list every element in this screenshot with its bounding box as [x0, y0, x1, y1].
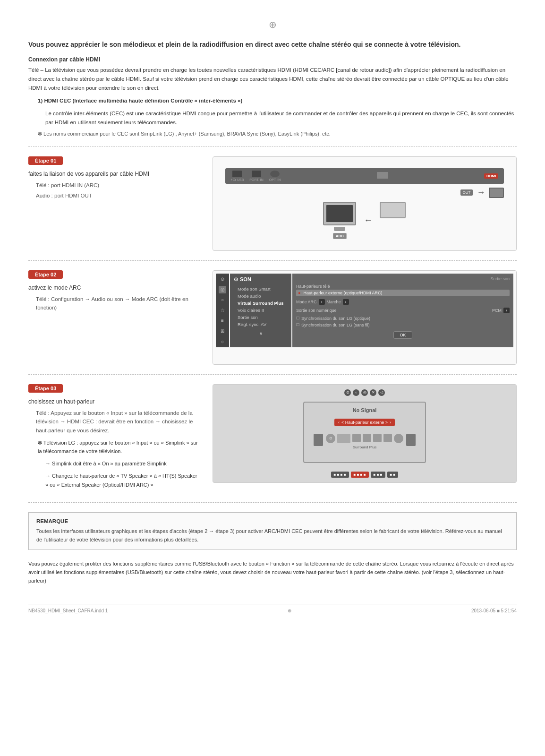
etape03-desc: choisissez un haut-parleur: [28, 398, 198, 405]
menu-item-4[interactable]: Sortie son: [234, 314, 288, 321]
bottom-bar: ■ ■ ■ ■ ■ ■ ■ ■ ■ ■ ■ ■ ■: [331, 472, 399, 478]
s3-icon-2: ○: [353, 389, 359, 396]
etape01-sub1: Télé : port HDMI IN (ARC): [28, 181, 198, 189]
no-signal-text: No Signal: [353, 407, 377, 413]
etape01-desc: faites la liaison de vos appareils par c…: [28, 171, 198, 177]
etape02-diagram: ⊙ ◎ ○ ☆ ≡ ⊞ ☼ ⊙ SON Mode son Smart Mode …: [213, 270, 517, 365]
opt-in: OPT. IN: [269, 171, 281, 181]
etape02-block: Étape 02 activez le mode ARC Télé : Conf…: [28, 270, 517, 365]
menu-item-0[interactable]: Mode son Smart: [234, 285, 288, 292]
arrow-icon: →: [477, 188, 485, 198]
sidebar-icon-5: ≡: [219, 317, 226, 325]
mode-arc-left-btn[interactable]: ‹: [319, 299, 325, 305]
hp-tele-option: Haut-parleurs télé: [296, 283, 510, 290]
menu-item-3[interactable]: Voix claires II: [234, 307, 288, 314]
arrow-right-icon: ›: [390, 420, 391, 425]
speaker-right: [406, 434, 416, 449]
hdmi-tag: HDMI: [484, 173, 498, 179]
footer-note: Vous pouvez également profiter des fonct…: [28, 559, 517, 585]
sync-optique-row: ☐ Synchronisation du son LG (optique): [296, 315, 510, 322]
sidebar-icon-4: ☆: [219, 307, 226, 314]
step3-tv-screen: No Signal ‹ < Haut-parleur externe > › ⊙: [303, 402, 426, 463]
cec-note: ✽ Les noms commerciaux pour le CEC sont …: [28, 131, 517, 137]
control-buttons: ⊙: [326, 434, 403, 443]
step1-diagram-area: +Cr USB PORT. IN OPT. IN HDMI: [218, 168, 511, 239]
pcm-right-btn[interactable]: ›: [503, 308, 510, 313]
etape02-sub1: Télé : Configuration → Audio ou son → Mo…: [28, 295, 198, 312]
ctrl-btn-2[interactable]: [352, 434, 361, 442]
son-icon: ⊙: [234, 276, 238, 283]
bottom-item-2: ■ ■ ■ ■: [351, 472, 369, 478]
menu-sidebar: ⊙ ◎ ○ ☆ ≡ ⊞ ☼: [216, 274, 229, 347]
son-menu: ⊙ ◎ ○ ☆ ≡ ⊞ ☼ ⊙ SON Mode son Smart Mode …: [216, 274, 513, 347]
tv-unit: ARC: [323, 202, 356, 239]
arrow-left-icon: ‹: [338, 420, 340, 425]
bottom-item-1: ■ ■ ■ ■: [331, 472, 349, 478]
etape03-diagram: ⊙ ○ ◎ ✕ ◁ No Signal ‹ < Haut-parleur ext…: [213, 384, 517, 493]
surround-plus-text: Surround Plus: [353, 445, 377, 449]
ctrl-btn-3[interactable]: [363, 434, 371, 442]
ctrl-btn-4[interactable]: [373, 434, 382, 442]
etape01-badge: Étape 01: [28, 156, 63, 165]
usb-port: +Cr USB: [231, 171, 244, 181]
footer-right: 2013-06-05 ■ 5:21:54: [471, 608, 517, 613]
mode-arc-right-btn[interactable]: ›: [343, 299, 349, 305]
sidebar-icon-6: ⊞: [219, 327, 226, 335]
ctrl-btn-1[interactable]: ⊙: [326, 434, 335, 443]
menu-item-1[interactable]: Mode audio: [234, 292, 288, 300]
etape01-diagram-box: +Cr USB PORT. IN OPT. IN HDMI: [213, 156, 517, 251]
checkbox-sans-fil: ☐: [296, 323, 299, 327]
etape03-badge: Étape 03: [28, 384, 63, 393]
hp-externe-option: ● Haut-parleur externe (optique/HDMI ARC…: [296, 290, 510, 296]
etape01-diagram: +Cr USB PORT. IN OPT. IN HDMI: [213, 156, 517, 251]
ctrl-knob[interactable]: [394, 434, 403, 443]
hdmi-port: [377, 172, 388, 180]
hdmi-cec-subpara: Le contrôle inter-éléments (CEC) est une…: [28, 109, 517, 127]
center-controls: ⊙ Surround Plus: [326, 434, 403, 449]
bottom-item-4: ■ ■: [387, 472, 399, 478]
etape03-block: Étape 03 choisissez un haut-parleur Télé…: [28, 384, 517, 493]
menu-item-5[interactable]: Régl. sync. AV: [234, 321, 288, 328]
etape02-left: Étape 02 activez le mode ARC Télé : Conf…: [28, 270, 198, 365]
tv-body: [323, 202, 356, 225]
out-row: OUT →: [225, 188, 504, 198]
hdmi-icon: [377, 172, 388, 179]
hdmi-connector: [489, 188, 504, 198]
port-in-icon: [252, 171, 261, 177]
port-in: PORT. IN: [249, 171, 263, 181]
etape03-diagram-box: ⊙ ○ ◎ ✕ ◁ No Signal ‹ < Haut-parleur ext…: [213, 384, 517, 483]
etape02-badge: Étape 02: [28, 270, 63, 279]
speaker-select-row[interactable]: ‹ < Haut-parleur externe > ›: [334, 419, 395, 426]
divider-4: [28, 502, 517, 503]
connexion-label: Connexion par câble HDMI: [28, 56, 517, 63]
ctrl-btn-5[interactable]: [383, 434, 392, 442]
remarque-title: REMARQUE: [36, 518, 509, 524]
footer-left: NB4530_HDMI_Sheet_CAFRA.indd 1: [28, 608, 108, 613]
etape01-block: Étape 01 faites la liaison de vos appare…: [28, 156, 517, 251]
main-title: Vous pouvez apprécier le son mélodieux e…: [28, 40, 517, 50]
usb-icon: [232, 171, 242, 177]
s3-icon-4: ✕: [370, 389, 376, 396]
menu-item-2[interactable]: Virtual Surround Plus: [234, 300, 288, 307]
chevron-down: ∨: [234, 331, 288, 336]
etape02-desc: activez le mode ARC: [28, 284, 198, 291]
selected-indicator: ●: [298, 291, 300, 295]
top-connector: +Cr USB PORT. IN OPT. IN HDMI: [225, 168, 504, 184]
ok-button[interactable]: OK: [393, 331, 412, 339]
hdmi-cec-subtitle: 1) HDMI CEC (Interface multimédia haute …: [28, 96, 517, 105]
sortie-son-label: Sortie son: [296, 276, 510, 281]
sidebar-icon-2: ◎: [219, 286, 226, 293]
device-row: ARC ←: [225, 202, 504, 239]
etape03-note1: ✽ Télévision LG : appuyez sur le bouton …: [28, 438, 198, 455]
ctrl-display: [337, 434, 350, 443]
son-title: ⊙ SON: [234, 276, 288, 283]
mode-arc-row: Mode ARC ‹ Marche ›: [296, 298, 510, 306]
sidebar-icon-1: ⊙: [219, 275, 226, 283]
opt-in-icon: [270, 171, 280, 177]
top-compass-icon: ⊕: [28, 19, 517, 30]
etape03-note3: → Changez le haut-parleur de « TV Speake…: [28, 472, 198, 489]
s3-icon-3: ◎: [361, 389, 368, 396]
arc-label: ARC: [333, 233, 347, 239]
step3-bottom-items: ⊙ Surround Plus: [314, 434, 416, 449]
chevron-down-icon: ∨: [259, 331, 263, 336]
